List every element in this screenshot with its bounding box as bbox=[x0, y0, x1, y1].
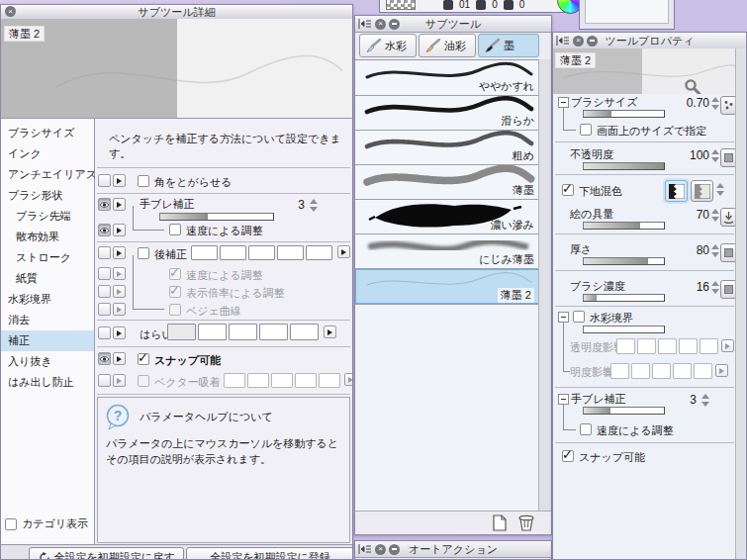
row-expand-button[interactable] bbox=[113, 224, 126, 236]
row-toggle-button[interactable] bbox=[98, 285, 111, 298]
brush-item-selected[interactable]: 薄墨 2 bbox=[355, 269, 539, 305]
density-spinner[interactable] bbox=[711, 281, 719, 294]
close-icon[interactable]: × bbox=[5, 6, 16, 17]
new-subtool-icon[interactable] bbox=[492, 514, 508, 531]
category-item[interactable]: ブラシ先端 bbox=[1, 206, 94, 227]
brush-item[interactable]: 滑らか bbox=[355, 96, 539, 131]
row-toggle-button[interactable] bbox=[98, 374, 111, 387]
register-all-button[interactable]: 全設定を初期設定に登録 bbox=[186, 547, 353, 560]
row-expand-button[interactable] bbox=[113, 267, 126, 280]
opacity-spinner[interactable] bbox=[711, 149, 719, 162]
blend-mode-button-2[interactable] bbox=[691, 180, 713, 202]
row-toggle-button[interactable] bbox=[98, 246, 111, 259]
dynamics-eye-toggle[interactable] bbox=[98, 352, 111, 365]
row-expand-button[interactable] bbox=[113, 198, 126, 211]
post-correction-level-boxes[interactable] bbox=[191, 245, 332, 260]
category-item[interactable]: ストローク bbox=[1, 247, 94, 268]
snap-checkbox[interactable] bbox=[562, 450, 574, 462]
row-expand-button[interactable] bbox=[113, 285, 126, 298]
blend-ground-checkbox[interactable] bbox=[562, 184, 574, 196]
autoaction-header[interactable]: オートアクション × bbox=[355, 541, 551, 558]
delete-subtool-icon[interactable] bbox=[517, 514, 535, 531]
blend-mode-spinner[interactable] bbox=[716, 183, 724, 196]
watercolor-edge-checkbox[interactable] bbox=[573, 311, 585, 323]
vector-snap-more-button[interactable] bbox=[344, 373, 353, 386]
collapse-toggle[interactable] bbox=[558, 394, 569, 405]
brush-list-scrollbar[interactable] bbox=[538, 59, 551, 511]
category-item[interactable]: はみ出し防止 bbox=[1, 372, 94, 393]
category-display-toggle[interactable]: カテゴリ表示 bbox=[5, 516, 88, 531]
row-toggle-button[interactable] bbox=[98, 327, 111, 339]
density-slider[interactable] bbox=[583, 294, 665, 302]
watercolor-edge-slider[interactable] bbox=[583, 326, 665, 333]
screen-size-checkbox[interactable] bbox=[580, 124, 592, 136]
panel-menu-icon[interactable] bbox=[358, 19, 371, 29]
row-expand-button[interactable] bbox=[113, 303, 126, 316]
stabilization-slider[interactable] bbox=[159, 213, 274, 221]
row-expand-button[interactable] bbox=[113, 246, 126, 259]
tab-ink-selected[interactable]: 墨 bbox=[478, 34, 539, 57]
brightness-influence-boxes[interactable] bbox=[610, 363, 712, 379]
transparency-swatch[interactable] bbox=[386, 0, 416, 10]
collapse-toggle[interactable] bbox=[558, 97, 569, 108]
zoom-adjust-checkbox[interactable] bbox=[169, 286, 181, 298]
property-scrollbar[interactable] bbox=[735, 48, 746, 559]
category-item-selected[interactable]: 補正 bbox=[1, 330, 94, 351]
dynamics-eye-toggle[interactable] bbox=[98, 198, 111, 211]
stabilization-spinner[interactable] bbox=[701, 394, 709, 407]
vector-snap-checkbox[interactable] bbox=[138, 375, 149, 387]
harai-level-boxes[interactable] bbox=[167, 324, 319, 340]
subtool-panel-header[interactable]: サブツール × bbox=[355, 16, 551, 33]
row-expand-button[interactable] bbox=[113, 327, 126, 339]
paint-amount-slider[interactable] bbox=[583, 222, 665, 230]
snap-checkbox[interactable] bbox=[138, 353, 149, 365]
toolbar-icon[interactable] bbox=[443, 0, 453, 10]
brush-item[interactable]: にじみ薄墨 bbox=[355, 234, 539, 269]
paint-amount-spinner[interactable] bbox=[711, 209, 719, 222]
speed-adjust-checkbox[interactable] bbox=[169, 224, 181, 235]
category-item[interactable]: ブラシサイズ bbox=[1, 123, 94, 143]
post-speed-adjust-checkbox[interactable] bbox=[169, 268, 181, 280]
row-expand-button[interactable] bbox=[113, 374, 126, 387]
brush-item[interactable]: ややかすれ bbox=[355, 61, 539, 96]
brush-item[interactable]: 濃い滲み bbox=[355, 200, 539, 234]
category-item[interactable]: 入り抜き bbox=[1, 351, 94, 372]
speed-adjust-checkbox[interactable] bbox=[580, 423, 592, 435]
reset-all-button[interactable]: 全設定を初期設定に戻す bbox=[29, 547, 184, 560]
category-display-checkbox[interactable] bbox=[5, 518, 17, 530]
post-correction-checkbox[interactable] bbox=[138, 247, 149, 259]
opacity-slider[interactable] bbox=[583, 162, 665, 170]
category-item[interactable]: 散布効果 bbox=[1, 227, 94, 247]
dynamics-eye-toggle[interactable] bbox=[98, 224, 111, 236]
panel-menu-icon[interactable] bbox=[358, 544, 371, 554]
category-item[interactable]: インク bbox=[1, 143, 94, 164]
stabilization-slider[interactable] bbox=[583, 407, 665, 415]
category-item[interactable]: 水彩境界 bbox=[1, 289, 94, 310]
panel-menu-icon[interactable] bbox=[556, 36, 569, 46]
toolbar-icon[interactable] bbox=[476, 0, 486, 10]
category-item[interactable]: アンチエイリアス bbox=[1, 164, 94, 185]
brush-size-spinner[interactable] bbox=[711, 97, 719, 110]
collapse-toggle[interactable] bbox=[558, 312, 569, 323]
toolbar-icon[interactable] bbox=[504, 0, 514, 10]
thickness-spinner[interactable] bbox=[711, 244, 719, 257]
row-toggle-button[interactable] bbox=[98, 174, 111, 187]
tab-oil[interactable]: 油彩 bbox=[419, 34, 476, 57]
vector-snap-level-boxes[interactable] bbox=[224, 373, 340, 388]
blend-mode-button-1[interactable] bbox=[665, 180, 688, 202]
harai-more-button[interactable] bbox=[324, 326, 336, 338]
opacity-influence-more-button[interactable] bbox=[721, 339, 734, 352]
brush-size-slider[interactable] bbox=[583, 110, 665, 118]
row-toggle-button[interactable] bbox=[98, 303, 111, 316]
subtool-detail-titlebar[interactable]: × サブツール詳細 bbox=[1, 5, 352, 20]
brush-item[interactable]: 粗め bbox=[355, 131, 539, 165]
tool-property-header[interactable]: ツールプロパティ × bbox=[553, 33, 746, 49]
opacity-influence-boxes[interactable] bbox=[616, 338, 718, 354]
thickness-slider[interactable] bbox=[583, 257, 665, 265]
row-expand-button[interactable] bbox=[113, 352, 126, 365]
row-expand-button[interactable] bbox=[113, 174, 126, 187]
tab-watercolor[interactable]: 水彩 bbox=[359, 34, 417, 57]
row-toggle-button[interactable] bbox=[98, 267, 111, 280]
category-item[interactable]: 消去 bbox=[1, 310, 94, 330]
post-correction-more-button[interactable] bbox=[337, 245, 350, 258]
